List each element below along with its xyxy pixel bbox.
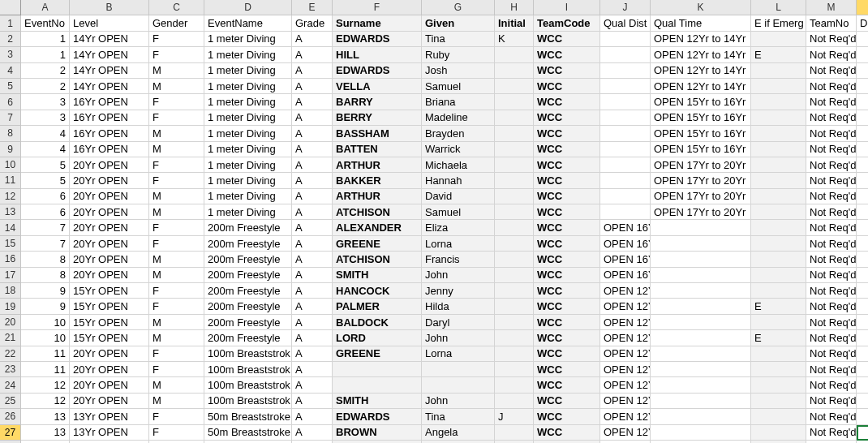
cell-I14[interactable]: WCC [534, 220, 600, 235]
cell-A9[interactable]: 4 [21, 142, 70, 157]
cell-A6[interactable]: 3 [21, 94, 70, 110]
row-header-16[interactable]: 16 [0, 252, 21, 267]
cell-H2[interactable]: K [495, 32, 534, 47]
cell-L3[interactable]: E [751, 47, 806, 62]
cell-E18[interactable]: A [292, 283, 333, 299]
cell-D11[interactable]: 1 meter Diving [204, 173, 292, 188]
cell-A11[interactable]: 5 [21, 173, 70, 188]
cell-K27[interactable] [651, 425, 751, 441]
cell-N20[interactable] [857, 315, 868, 330]
cell-B26[interactable]: 13Yr OPEN [70, 409, 149, 424]
cell-D14[interactable]: 200m Freestyle [204, 220, 292, 235]
cell-L24[interactable] [751, 377, 806, 393]
cell-I25[interactable]: WCC [534, 394, 600, 409]
cell-N14[interactable] [857, 220, 868, 235]
cell-G21[interactable]: John [422, 330, 495, 346]
cell-M13[interactable]: Not Req'd [806, 204, 857, 220]
cell-F11[interactable]: BAKKER [333, 173, 422, 188]
cell-C9[interactable]: M [149, 142, 204, 157]
cell-B12[interactable]: 20Yr OPEN [70, 189, 149, 204]
cell-F27[interactable]: BROWN [333, 425, 422, 441]
row-header-15[interactable]: 15 [0, 236, 21, 252]
cell-A16[interactable]: 8 [21, 252, 70, 267]
cell-I9[interactable]: WCC [534, 142, 600, 157]
row-header-5[interactable]: 5 [0, 79, 21, 94]
cell-F26[interactable]: EDWARDS [333, 409, 422, 424]
cell-C25[interactable]: M [149, 394, 204, 409]
cell-F14[interactable]: ALEXANDER [333, 220, 422, 235]
cell-I2[interactable]: WCC [534, 32, 600, 47]
cell-M23[interactable]: Not Req'd [806, 362, 857, 377]
cell-J3[interactable] [600, 47, 651, 62]
cell-H5[interactable] [495, 79, 534, 94]
cell-G24[interactable] [422, 377, 495, 393]
cell-B18[interactable]: 15Yr OPEN [70, 283, 149, 299]
header-cell-N[interactable]: DOB dd/m [857, 15, 868, 31]
cell-I11[interactable]: WCC [534, 173, 600, 188]
cell-I27[interactable]: WCC [534, 425, 600, 441]
cell-C7[interactable]: F [149, 110, 204, 126]
row-header-24[interactable]: 24 [0, 377, 21, 393]
cell-E6[interactable]: A [292, 94, 333, 110]
cell-G13[interactable]: Samuel [422, 204, 495, 220]
cell-I13[interactable]: WCC [534, 204, 600, 220]
cell-K8[interactable]: OPEN 15Yr to 16Yr [651, 126, 751, 141]
cell-I8[interactable]: WCC [534, 126, 600, 141]
cell-B15[interactable]: 20Yr OPEN [70, 236, 149, 252]
cell-J4[interactable] [600, 63, 651, 79]
row-header-20[interactable]: 20 [0, 315, 21, 330]
cell-H11[interactable] [495, 173, 534, 188]
cell-C4[interactable]: M [149, 63, 204, 79]
col-header-M[interactable]: M [806, 0, 857, 15]
cell-M24[interactable]: Not Req'd [806, 377, 857, 393]
cell-M7[interactable]: Not Req'd [806, 110, 857, 126]
cell-E13[interactable]: A [292, 204, 333, 220]
cell-N8[interactable] [857, 126, 868, 141]
cell-F4[interactable]: EDWARDS [333, 63, 422, 79]
row-header-6[interactable]: 6 [0, 94, 21, 110]
cell-G14[interactable]: Eliza [422, 220, 495, 235]
cell-E14[interactable]: A [292, 220, 333, 235]
cell-E2[interactable]: A [292, 32, 333, 47]
cell-I18[interactable]: WCC [534, 283, 600, 299]
cell-F10[interactable]: ARTHUR [333, 157, 422, 173]
cell-H3[interactable] [495, 47, 534, 62]
col-header-A[interactable]: A [21, 0, 70, 15]
col-header-D[interactable]: D [204, 0, 292, 15]
cell-J2[interactable] [600, 32, 651, 47]
cell-L7[interactable] [751, 110, 806, 126]
cell-E19[interactable]: A [292, 299, 333, 314]
cell-K26[interactable] [651, 409, 751, 424]
cell-K11[interactable]: OPEN 17Yr to 20Yr [651, 173, 751, 188]
cell-M25[interactable]: Not Req'd [806, 394, 857, 409]
cell-C11[interactable]: F [149, 173, 204, 188]
cell-H18[interactable] [495, 283, 534, 299]
cell-E7[interactable]: A [292, 110, 333, 126]
cell-N23[interactable] [857, 362, 868, 377]
cell-K23[interactable] [651, 362, 751, 377]
cell-L4[interactable] [751, 63, 806, 79]
cell-N5[interactable] [857, 79, 868, 94]
cell-I20[interactable]: WCC [534, 315, 600, 330]
cell-G19[interactable]: Hilda [422, 299, 495, 314]
cell-H23[interactable] [495, 362, 534, 377]
cell-F2[interactable]: EDWARDS [333, 32, 422, 47]
header-cell-E[interactable]: Grade [292, 15, 333, 31]
cell-L2[interactable] [751, 32, 806, 47]
cell-C2[interactable]: F [149, 32, 204, 47]
cell-N19[interactable] [857, 299, 868, 314]
cell-F8[interactable]: BASSHAM [333, 126, 422, 141]
cell-A23[interactable]: 11 [21, 362, 70, 377]
cell-K13[interactable]: OPEN 17Yr to 20Yr [651, 204, 751, 220]
cell-J27[interactable]: OPEN 12Yr to 13Yr [600, 425, 651, 441]
cell-E10[interactable]: A [292, 157, 333, 173]
header-cell-M[interactable]: TeamNo [806, 15, 857, 31]
cell-C24[interactable]: M [149, 377, 204, 393]
cell-J11[interactable] [600, 173, 651, 188]
row-header-25[interactable]: 25 [0, 394, 21, 409]
cell-B5[interactable]: 14Yr OPEN [70, 79, 149, 94]
cell-I21[interactable]: WCC [534, 330, 600, 346]
cell-J26[interactable]: OPEN 12Yr to 13Yr [600, 409, 651, 424]
cell-A7[interactable]: 3 [21, 110, 70, 126]
cell-J23[interactable]: OPEN 12Yr to 20Yr [600, 362, 651, 377]
